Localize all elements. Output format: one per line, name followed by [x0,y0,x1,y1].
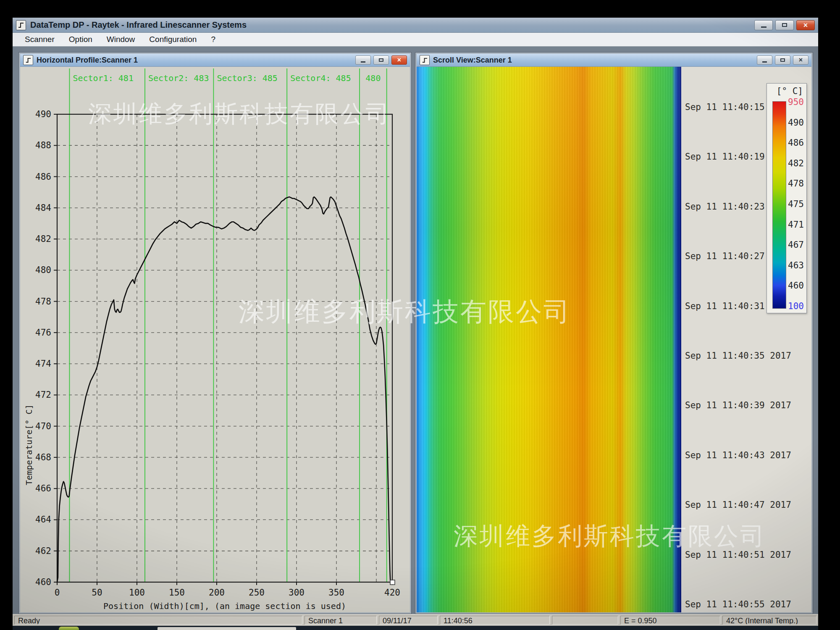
minimize-icon [361,61,365,63]
status-cell [552,616,618,625]
scan-timestamp: Sep 11 11:40:47 2017 [685,500,791,510]
menu-item-option[interactable]: Option [62,33,100,46]
legend-label: 100 [788,301,806,311]
legend-labels: 950490486482478475471467463460100 [788,97,806,311]
y-tick-label: 484 [35,203,51,213]
y-tick-label: 490 [35,109,51,119]
legend-label: 475 [788,199,806,209]
y-tick-label: 488 [35,140,51,150]
sector-extra-value: 480 [365,73,381,83]
status-bar: ReadyScanner 109/11/1711:40:56E = 0.9504… [13,614,818,626]
x-tick-label: 300 [289,588,304,598]
profile-chart: 4904884864844824804784764744724704684664… [20,67,410,612]
sector-label: Sector2: 483 [148,73,209,83]
restore-button[interactable] [775,20,794,30]
profile-chart-area: 4904884864844824804784764744724704684664… [20,67,410,612]
restore-icon [782,23,787,27]
menu-bar: ScannerOptionWindowConfiguration? [13,33,818,47]
main-titlebar[interactable]: DataTemp DP - Raytek - Infrared Linescan… [13,18,818,33]
y-tick-label: 478 [35,297,51,307]
y-axis-label: Temperature[° C] [24,404,34,486]
scan-timestamp: Sep 11 11:40:51 2017 [685,550,791,560]
sector-label: Sector3: 485 [217,73,278,83]
status-cell: 11:40:56 [440,616,550,625]
profile-restore-button[interactable] [373,55,389,65]
scroll-view-window: Scroll View:Scanner 1 × Sep 11 11:40:15 … [415,52,813,614]
y-tick-label: 474 [35,359,51,369]
legend-label: 467 [788,240,806,250]
x-tick-label: 350 [328,588,344,598]
legend-label: 471 [788,220,806,230]
close-icon: × [799,57,803,63]
close-icon: × [803,21,808,29]
app-icon [16,20,26,30]
temperature-profile-curve [57,197,390,582]
sector-label: Sector1: 481 [73,73,134,83]
legend-gradient-bar [772,101,786,309]
scroll-view-window-icon [420,55,430,65]
legend-label: 478 [788,178,806,189]
y-tick-label: 470 [35,421,51,431]
status-cell: E = 0.950 [620,616,720,625]
legend-label: 490 [788,118,806,128]
minimize-icon [761,26,766,28]
axis-handle [390,580,395,585]
scroll-view-minimize-button[interactable] [757,55,772,65]
taskbar-button[interactable] [158,627,296,630]
scan-timestamp: Sep 11 11:40:43 2017 [685,450,791,460]
profile-close-button[interactable]: × [391,55,407,65]
legend-label: 950 [788,97,806,107]
start-button[interactable] [59,627,79,630]
legend-label: 482 [788,158,806,168]
status-cell: 09/11/17 [379,616,438,625]
color-scale-legend: [° C] 950490486482478475471467463460100 [766,83,807,313]
menu-item-help[interactable]: ? [204,33,223,46]
x-axis-label: Position (Width)[cm], (an image section … [103,601,346,611]
profile-titlebar[interactable]: Horizontal Profile:Scanner 1 × [20,54,410,67]
scan-timestamp: Sep 11 11:40:35 2017 [685,351,791,361]
close-button[interactable]: × [796,20,815,30]
restore-icon [780,58,785,62]
scroll-view-window-title: Scroll View:Scanner 1 [433,56,512,65]
x-tick-label: 250 [249,588,265,598]
y-tick-label: 482 [35,234,51,244]
close-icon: × [397,57,401,63]
y-tick-label: 468 [35,452,51,462]
y-tick-label: 480 [35,265,51,275]
profile-window-icon [23,55,33,65]
status-cell: Scanner 1 [304,616,377,625]
horizontal-profile-window: Horizontal Profile:Scanner 1 × 490488486… [18,52,412,614]
x-tick-label: 420 [384,588,400,598]
y-tick-label: 476 [35,328,51,338]
y-tick-label: 472 [35,390,51,400]
legend-unit-label: [° C] [777,86,803,96]
scroll-view-close-button[interactable]: × [793,55,808,65]
scroll-view-restore-button[interactable] [775,55,790,65]
scan-timestamp: Sep 11 11:40:39 2017 [685,400,791,410]
taskbar [13,626,818,630]
heatmap[interactable] [417,67,681,612]
x-tick-label: 100 [129,588,145,598]
status-cell: 42°C (Internal Temp.) [722,616,816,625]
x-tick-label: 150 [169,588,185,598]
x-tick-label: 0 [55,588,60,598]
window-title: DataTemp DP - Raytek - Infrared Linescan… [30,20,247,30]
status-message: Ready [14,616,302,625]
legend-label: 460 [788,281,806,291]
y-tick-label: 486 [35,172,51,182]
scroll-view-titlebar[interactable]: Scroll View:Scanner 1 × [417,54,811,67]
profile-minimize-button[interactable] [355,55,371,65]
minimize-icon [762,61,767,63]
profile-window-title: Horizontal Profile:Scanner 1 [37,56,138,65]
y-tick-label: 460 [35,577,51,587]
y-tick-label: 462 [35,546,51,556]
minimize-button[interactable] [754,20,773,30]
menu-item-scanner[interactable]: Scanner [18,33,62,46]
menu-item-configuration[interactable]: Configuration [142,33,204,46]
y-tick-label: 466 [35,483,51,494]
legend-label: 463 [788,260,806,270]
x-tick-label: 200 [209,588,225,598]
menu-item-window[interactable]: Window [100,33,142,46]
x-tick-label: 50 [92,588,102,598]
y-tick-label: 464 [35,514,51,525]
